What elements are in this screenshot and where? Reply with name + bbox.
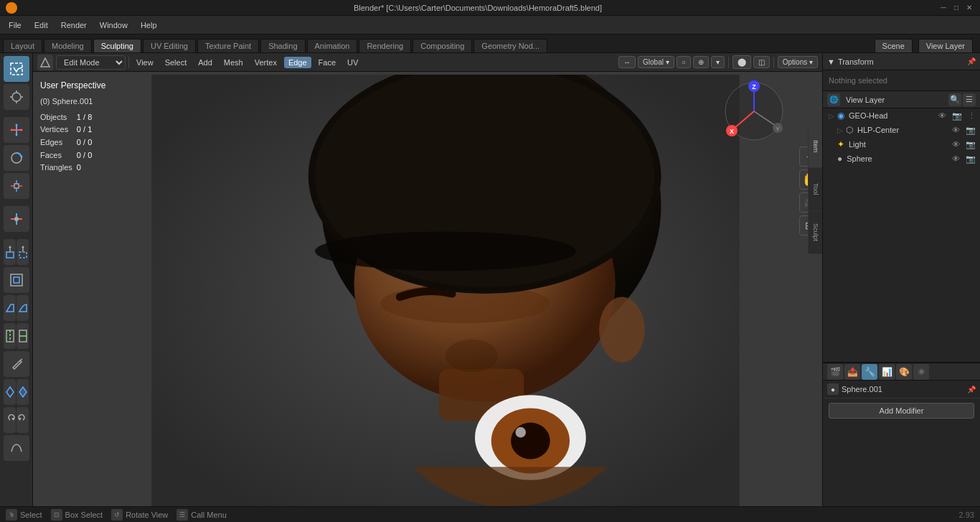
tool-tab[interactable]: Tool (808, 168, 822, 211)
minimize-button[interactable]: ─ (938, 3, 948, 13)
options-button[interactable]: Options ▾ (778, 56, 818, 68)
menu-file[interactable]: File (3, 19, 27, 31)
extrude-tool-button[interactable] (4, 239, 16, 265)
version-label: 2.93 (959, 511, 974, 519)
cursor-tool-button[interactable] (4, 84, 29, 110)
proportional-edit-button[interactable]: ○ (677, 56, 691, 68)
prop-physics-tab[interactable]: ⚛ (913, 364, 929, 380)
edge-menu[interactable]: Edge (284, 57, 311, 68)
smooth-tool-button[interactable] (4, 435, 29, 461)
overlay-button[interactable]: ⬤ (732, 55, 751, 69)
rotate-view-label: Rotate View (126, 511, 168, 519)
menu-edit[interactable]: Edit (29, 19, 54, 31)
light-cam-icon[interactable]: 📷 (966, 140, 976, 149)
viewport-3d[interactable]: Edit Mode Object Mode Sculpt Mode View S… (33, 53, 822, 506)
select-menu[interactable]: Select (161, 57, 192, 68)
inset-tool-button[interactable] (4, 267, 29, 293)
move-tool-button[interactable] (4, 117, 29, 143)
geo-head-cam-icon[interactable]: 📷 (952, 111, 962, 121)
status-call-menu: ☰ Call Menu (176, 509, 227, 521)
tab-layout[interactable]: Layout (3, 39, 42, 52)
uv-menu[interactable]: UV (343, 57, 362, 68)
left-toolbar (0, 53, 33, 506)
3d-model-viewport[interactable] (90, 75, 801, 506)
outliner-item-hlp-center[interactable]: ▷ ⬡ HLP-Center 👁 📷 (823, 123, 980, 137)
objects-label: Objects (40, 111, 77, 124)
face-menu[interactable]: Face (314, 57, 340, 68)
prop-material-tab[interactable]: 🎨 (896, 364, 912, 380)
outliner-item-sphere[interactable]: ● Sphere 👁 📷 (823, 152, 980, 166)
scene-selector[interactable]: Scene (875, 39, 913, 52)
tab-uv-editing[interactable]: UV Editing (143, 39, 196, 52)
call-menu-icon: ☰ (176, 509, 188, 521)
poly-build-button[interactable] (4, 379, 16, 405)
sculpt-tab[interactable]: Sculpt (808, 211, 822, 254)
sphere-eye-icon[interactable]: 👁 (952, 154, 960, 163)
rotate-view-icon: ↺ (111, 509, 123, 521)
geo-head-eye-icon[interactable]: 👁 (938, 111, 946, 120)
prop-render-tab[interactable]: 🎬 (827, 364, 843, 380)
maximize-button[interactable]: □ (951, 3, 961, 13)
view-layer-selector[interactable]: View Layer (918, 39, 973, 52)
vertex-menu[interactable]: Vertex (250, 57, 281, 68)
tab-modeling[interactable]: Modeling (44, 39, 92, 52)
select-label: Select (20, 511, 42, 519)
navigation-gizmo[interactable]: Z X Y (722, 79, 786, 144)
hlp-center-eye-icon[interactable]: 👁 (952, 126, 960, 134)
snap-button[interactable]: ⊕ (693, 56, 709, 68)
object-pin-icon[interactable]: 📌 (967, 386, 976, 393)
menu-help[interactable]: Help (135, 19, 163, 31)
transform-expand-icon[interactable]: ▼ (827, 57, 835, 66)
tab-animation[interactable]: Animation (307, 39, 358, 52)
menu-render[interactable]: Render (55, 19, 93, 31)
select-tool-button[interactable] (4, 56, 29, 82)
outliner-item-geo-head[interactable]: ▷ ◉ GEO-Head 👁 📷 ⋮ (823, 108, 980, 123)
tab-texture-paint[interactable]: Texture Paint (197, 39, 259, 52)
transform-tool-button[interactable] (4, 206, 29, 232)
bevel-tool-button[interactable] (4, 295, 16, 321)
tab-compositing[interactable]: Compositing (413, 39, 472, 52)
hlp-center-cam-icon[interactable]: 📷 (966, 126, 976, 135)
spin-tool-button[interactable] (4, 407, 16, 433)
spin-alt-button[interactable] (17, 407, 29, 433)
svg-marker-11 (21, 129, 23, 131)
menu-window[interactable]: Window (94, 19, 133, 31)
add-menu[interactable]: Add (194, 57, 217, 68)
tab-geometry-nodes[interactable]: Geometry Nod... (473, 39, 547, 52)
prop-output-tab[interactable]: 📤 (844, 364, 860, 380)
tab-rendering[interactable]: Rendering (359, 39, 411, 52)
tab-sculpting[interactable]: Sculpting (93, 39, 141, 52)
extrude-alt-button[interactable] (17, 239, 29, 265)
knife-tool-button[interactable] (4, 351, 29, 377)
light-eye-icon[interactable]: 👁 (952, 140, 960, 149)
sphere-cam-icon[interactable]: 📷 (966, 154, 976, 164)
loop-cut-button[interactable] (4, 323, 16, 349)
item-tab[interactable]: Item (808, 125, 822, 168)
outliner-header: 🌐 View Layer 🔍 ☰ (823, 91, 980, 108)
scale-tool-button[interactable] (4, 173, 29, 199)
poly-build-alt-button[interactable] (17, 379, 29, 405)
xray-button[interactable]: ◫ (753, 56, 770, 68)
add-modifier-button[interactable]: Add Modifier (829, 403, 974, 419)
prop-data-tab[interactable]: 📊 (879, 364, 895, 380)
transform-global-button[interactable]: Global ▾ (638, 56, 674, 68)
close-button[interactable]: ✕ (964, 3, 974, 13)
mode-icon-button[interactable] (37, 55, 53, 70)
window-controls[interactable]: ─ □ ✕ (938, 3, 974, 13)
rotate-tool-button[interactable] (4, 145, 29, 171)
outliner-panel: 🌐 View Layer 🔍 ☰ ▷ ◉ GEO-Head 👁 📷 ⋮ (822, 90, 980, 363)
snap-settings-button[interactable]: ▾ (711, 56, 725, 68)
prop-modifier-tab[interactable]: 🔧 (862, 364, 877, 380)
edit-mode-select[interactable]: Edit Mode Object Mode Sculpt Mode (56, 55, 126, 70)
outliner-filter-button[interactable]: ☰ (963, 93, 976, 106)
outliner-search-button[interactable]: 🔍 (948, 93, 961, 106)
loop-cut-alt-button[interactable] (17, 323, 29, 349)
outliner-item-light[interactable]: ✦ Light 👁 📷 (823, 137, 980, 152)
mesh-menu[interactable]: Mesh (220, 57, 248, 68)
nothing-selected-text: Nothing selected (823, 70, 980, 90)
transform-pin-button[interactable]: 📌 (967, 57, 976, 65)
view-menu[interactable]: View (132, 57, 158, 68)
transform-pivot-button[interactable]: ↔ (618, 56, 636, 68)
bevel-alt-button[interactable] (17, 295, 29, 321)
tab-shading[interactable]: Shading (260, 39, 305, 52)
